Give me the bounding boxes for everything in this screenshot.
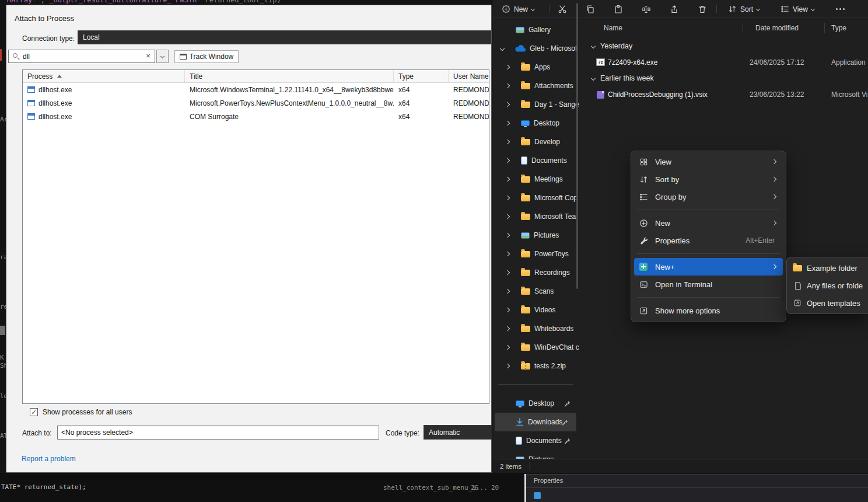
sidebar-item-tests-zip[interactable]: tests 2.zip [492, 357, 579, 375]
file-list-headers: Name Date modified Type [584, 20, 868, 36]
sidebar-item-pictures[interactable]: Pictures [492, 226, 579, 245]
table-row[interactable]: dllhost.exe COM Surrogate x64 REDMOND [23, 110, 489, 123]
submenu-item-any-files[interactable]: Any files or folde [787, 277, 868, 294]
show-all-users-checkbox[interactable]: ✓ [30, 408, 38, 416]
sidebar-item-develop[interactable]: Develop [492, 133, 579, 151]
chevron-right-icon[interactable] [505, 270, 510, 275]
copy-button[interactable] [581, 1, 600, 17]
table-row[interactable]: dllhost.exe Microsoft.PowerToys.NewPlusC… [23, 96, 489, 110]
chevron-down-icon[interactable] [500, 46, 505, 51]
file-type: Application [831, 58, 866, 67]
filter-dropdown-button[interactable] [156, 50, 169, 63]
chevron-right-icon[interactable] [505, 177, 510, 182]
column-header-user[interactable]: User Name [449, 70, 489, 82]
sidebar-item-whiteboards[interactable]: Whiteboards [492, 319, 579, 338]
sidebar-item-desktop[interactable]: Desktop [492, 114, 579, 133]
chevron-right-icon[interactable] [505, 252, 510, 256]
sidebar-item-recordings[interactable]: Recordings [492, 263, 579, 282]
nav-scrollbar[interactable] [576, 3, 578, 289]
sidebar-item-scans[interactable]: Scans [492, 282, 579, 301]
sidebar-item-microsoft-cop[interactable]: Microsoft Cop [492, 189, 579, 207]
report-a-problem-link[interactable]: Report a problem [22, 455, 76, 463]
track-window-label: Track Window [190, 53, 234, 61]
submenu-item-open-templates[interactable]: Open templates [787, 294, 868, 312]
connection-type-select[interactable]: Local [78, 30, 491, 44]
connection-type-label: Connection type: [22, 34, 75, 43]
sidebar-pinned-pictures[interactable]: Pictures [492, 450, 579, 459]
sidebar-item-onedrive[interactable]: Gleb - Microsof [492, 39, 579, 58]
submenu-item-example-folder[interactable]: Example folder [787, 259, 868, 277]
sidebar-item-documents[interactable]: Documents [492, 151, 579, 170]
chevron-right-icon[interactable] [505, 121, 510, 126]
context-menu-item-open-in-terminal[interactable]: Open in Terminal [634, 276, 783, 293]
chevron-right-icon[interactable] [505, 214, 510, 219]
column-header-type[interactable]: Type [394, 70, 449, 82]
share-icon [670, 5, 679, 14]
chevron-right-icon [772, 177, 776, 182]
chevron-right-icon[interactable] [505, 364, 510, 368]
column-header-title[interactable]: Title [185, 70, 394, 82]
folder-icon [521, 195, 530, 201]
chevron-right-icon[interactable] [505, 65, 510, 69]
sidebar-item-microsoft-tear[interactable]: Microsoft Tear [492, 207, 579, 226]
context-menu-item-properties[interactable]: Properties Alt+Enter [634, 232, 783, 249]
group-header-yesterday[interactable]: Yesterday [592, 38, 632, 54]
column-header-date-modified[interactable]: Date modified [755, 24, 799, 32]
cut-button[interactable] [553, 1, 572, 17]
column-header-name[interactable]: Name [604, 24, 622, 32]
column-separator[interactable] [743, 23, 743, 33]
chevron-right-icon[interactable] [505, 158, 510, 163]
sidebar-item-videos[interactable]: Videos [492, 301, 579, 319]
column-label: User Name [453, 72, 489, 81]
sidebar-item-windevchat[interactable]: WinDevChat c [492, 338, 579, 357]
sidebar-pinned-documents[interactable]: Documents [492, 431, 579, 450]
column-header-type[interactable]: Type [831, 24, 846, 32]
sidebar-item-gallery[interactable]: Gallery [492, 20, 579, 39]
new-button[interactable]: New [497, 1, 539, 17]
chevron-right-icon[interactable] [505, 233, 510, 238]
context-menu-item-new-plus[interactable]: New+ [634, 258, 783, 276]
menu-separator [631, 293, 786, 302]
chevron-right-icon[interactable] [505, 289, 510, 294]
sidebar-item-apps[interactable]: Apps [492, 58, 579, 76]
share-button[interactable] [665, 1, 684, 17]
context-menu-item-new[interactable]: New [634, 214, 783, 232]
context-menu-item-view[interactable]: View [634, 153, 783, 170]
chevron-right-icon[interactable] [505, 308, 510, 312]
sidebar-item-meetings[interactable]: Meetings [492, 170, 579, 189]
search-icon [13, 53, 18, 58]
context-menu-item-show-more-options[interactable]: Show more options [634, 302, 783, 319]
track-window-button[interactable]: Track Window [174, 50, 239, 63]
chevron-right-icon[interactable] [505, 326, 510, 331]
delete-button[interactable] [693, 1, 712, 17]
sort-button[interactable]: Sort [723, 1, 764, 17]
column-separator[interactable] [824, 23, 825, 33]
process-filter-box[interactable]: × [8, 50, 155, 63]
code-type-select[interactable]: Automatic [424, 425, 492, 440]
process-name: dllhost.exe [38, 99, 72, 107]
context-menu-item-group-by[interactable]: Group by [634, 188, 783, 205]
sidebar-item-powertoys[interactable]: PowerToys [492, 245, 579, 263]
sidebar-pinned-desktop[interactable]: Desktop [492, 394, 579, 413]
attach-to-field[interactable] [57, 426, 379, 440]
clear-filter-icon[interactable]: × [144, 51, 152, 61]
chevron-right-icon[interactable] [505, 102, 510, 107]
sidebar-item-attachments[interactable]: Attachments [492, 76, 579, 95]
chevron-right-icon[interactable] [505, 196, 510, 200]
context-menu-item-sort-by[interactable]: Sort by [634, 170, 783, 188]
group-header-earlier-this-week[interactable]: Earlier this week [592, 70, 654, 86]
file-row[interactable]: ChildProcessDebugging (1).vsix 23/06/202… [584, 86, 868, 103]
rename-button[interactable] [637, 1, 656, 17]
paste-button[interactable] [609, 1, 628, 17]
see-more-button[interactable] [833, 1, 847, 17]
sidebar-item-day1-sangee[interactable]: Day 1 - Sangee [492, 95, 579, 114]
chevron-right-icon[interactable] [505, 345, 510, 350]
chevron-right-icon[interactable] [505, 140, 510, 144]
table-row[interactable]: dllhost.exe Microsoft.WindowsTerminal_1.… [23, 83, 489, 96]
column-header-process[interactable]: Process [23, 70, 185, 82]
sidebar-pinned-downloads[interactable]: Downloads [495, 413, 576, 431]
file-row[interactable]: 7z 7z2409-x64.exe 24/06/2025 17:12 Appli… [584, 54, 868, 71]
chevron-right-icon[interactable] [505, 83, 510, 88]
process-filter-input[interactable] [23, 50, 139, 62]
view-button[interactable]: View [776, 1, 819, 17]
